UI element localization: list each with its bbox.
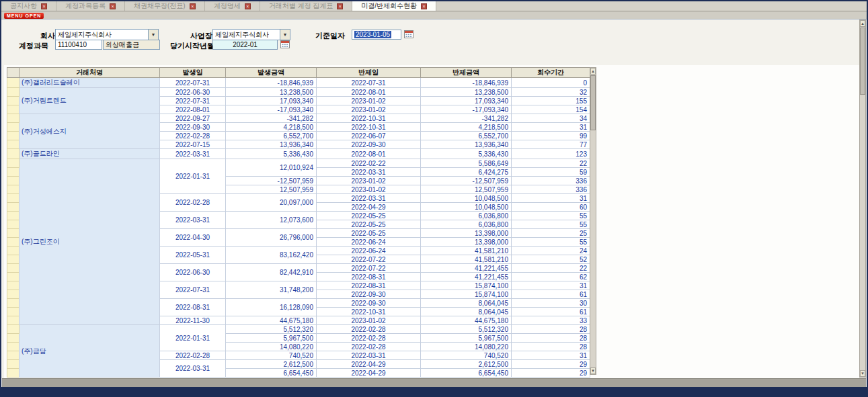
row-selector-cell[interactable] xyxy=(7,273,19,281)
occur-date-cell[interactable]: 2022-06-30 xyxy=(160,264,226,281)
settle-amount-cell[interactable]: 5,512,320 xyxy=(421,325,512,334)
occur-amount-cell[interactable]: -18,846,939 xyxy=(226,78,317,88)
row-selector-cell[interactable] xyxy=(7,264,19,273)
settle-amount-cell[interactable]: -18,846,939 xyxy=(421,78,512,88)
settle-amount-cell[interactable]: 13,936,340 xyxy=(421,140,512,149)
settle-amount-cell[interactable]: 740,520 xyxy=(421,351,512,360)
settle-date-cell[interactable]: 2022-08-31 xyxy=(317,273,421,281)
chevron-down-icon[interactable]: ▼ xyxy=(148,30,158,40)
occur-date-cell[interactable]: 2022-08-31 xyxy=(160,299,226,316)
start-month-input[interactable]: 2022-01 xyxy=(212,40,278,50)
occur-amount-cell[interactable]: -341,282 xyxy=(226,114,317,123)
scroll-down-icon[interactable]: ▼ xyxy=(590,367,596,374)
settle-amount-cell[interactable]: 41,221,455 xyxy=(421,273,512,281)
settle-amount-cell[interactable]: 5,586,649 xyxy=(421,159,512,168)
row-selector-cell[interactable] xyxy=(7,369,19,378)
customer-cell[interactable]: (주)거성에스지 xyxy=(19,114,160,149)
scroll-down-icon[interactable]: ▼ xyxy=(860,370,865,377)
settle-date-cell[interactable]: 2022-07-22 xyxy=(317,255,421,264)
row-selector-cell[interactable] xyxy=(7,360,19,369)
settle-date-cell[interactable]: 2022-10-31 xyxy=(317,308,421,316)
base-date-input[interactable]: 2023-01-05 xyxy=(352,30,401,40)
days-cell[interactable]: 123 xyxy=(512,149,590,159)
settle-amount-cell[interactable]: -341,282 xyxy=(421,114,512,123)
settle-amount-cell[interactable]: 5,336,430 xyxy=(421,149,512,159)
row-selector-cell[interactable] xyxy=(7,281,19,290)
settle-amount-cell[interactable]: 17,093,340 xyxy=(421,97,512,105)
table-row[interactable]: (주)골드라인2022-03-315,336,4302022-08-015,33… xyxy=(7,149,590,159)
row-selector-cell[interactable] xyxy=(7,255,19,264)
tab-close-icon[interactable]: × xyxy=(421,3,427,9)
settle-date-cell[interactable]: 2023-01-02 xyxy=(317,316,421,325)
settle-date-cell[interactable]: 2023-01-02 xyxy=(317,177,421,185)
settle-date-cell[interactable]: 2022-03-31 xyxy=(317,194,421,203)
settle-amount-cell[interactable]: 41,581,210 xyxy=(421,255,512,264)
settle-amount-cell[interactable]: 44,675,180 xyxy=(421,316,512,325)
row-selector-cell[interactable] xyxy=(7,159,19,168)
chevron-down-icon[interactable]: ▼ xyxy=(280,30,290,40)
days-cell[interactable]: 29 xyxy=(512,360,590,369)
settle-date-cell[interactable]: 2022-10-31 xyxy=(317,114,421,123)
settle-amount-cell[interactable]: 15,874,100 xyxy=(421,290,512,299)
customer-cell[interactable]: (주)골드라인 xyxy=(19,149,160,159)
occur-date-cell[interactable]: 2022-03-31 xyxy=(160,360,226,378)
window-scrollbar-thumb[interactable] xyxy=(860,28,865,95)
customer-cell[interactable]: (주)갤러리드슬레이 xyxy=(19,78,160,88)
row-selector-cell[interactable] xyxy=(7,185,19,194)
tab-close-icon[interactable]: × xyxy=(337,3,343,9)
days-cell[interactable]: 31 xyxy=(512,123,590,132)
occur-amount-cell[interactable]: 20,097,000 xyxy=(226,194,317,212)
days-cell[interactable]: 62 xyxy=(512,273,590,281)
occur-amount-cell[interactable]: 83,162,420 xyxy=(226,247,317,264)
occur-amount-cell[interactable]: 44,675,180 xyxy=(226,316,317,325)
settle-amount-cell[interactable]: 4,218,500 xyxy=(421,123,512,132)
settle-amount-cell[interactable]: 2,612,500 xyxy=(421,360,512,369)
settle-date-cell[interactable]: 2022-08-01 xyxy=(317,88,421,97)
row-selector-cell[interactable] xyxy=(7,316,19,325)
settle-date-cell[interactable]: 2022-02-28 xyxy=(317,334,421,343)
grid-scrollbar[interactable]: ▲ ▼ xyxy=(590,67,596,375)
settle-amount-cell[interactable]: 6,654,450 xyxy=(421,369,512,378)
days-cell[interactable]: 25 xyxy=(512,229,590,238)
days-cell[interactable]: 31 xyxy=(512,281,590,290)
tab-6[interactable]: 미결/반제회수현황× xyxy=(352,1,436,11)
customer-cell[interactable]: (주)금담 xyxy=(19,325,160,378)
occur-date-cell[interactable]: 2022-03-31 xyxy=(160,149,226,159)
days-cell[interactable]: 33 xyxy=(512,316,590,325)
occur-amount-cell[interactable]: 5,336,430 xyxy=(226,149,317,159)
settle-date-cell[interactable]: 2023-01-02 xyxy=(317,185,421,194)
settle-amount-cell[interactable]: 6,552,700 xyxy=(421,132,512,140)
occur-amount-cell[interactable]: 12,507,959 xyxy=(226,185,317,194)
settle-amount-cell[interactable]: 15,874,100 xyxy=(421,281,512,290)
occur-amount-cell[interactable]: 6,654,450 xyxy=(226,369,317,378)
row-selector-cell[interactable] xyxy=(7,229,19,238)
tab-3[interactable]: 채권채무장(전표)× xyxy=(125,1,205,11)
calendar-icon[interactable] xyxy=(280,40,290,48)
settle-amount-cell[interactable]: 13,398,000 xyxy=(421,229,512,238)
days-cell[interactable]: 28 xyxy=(512,325,590,334)
settle-date-cell[interactable]: 2022-09-30 xyxy=(317,290,421,299)
days-cell[interactable]: 61 xyxy=(512,290,590,299)
occur-date-cell[interactable]: 2022-11-30 xyxy=(160,316,226,325)
days-cell[interactable]: 55 xyxy=(512,220,590,229)
settle-amount-cell[interactable]: 13,238,500 xyxy=(421,88,512,97)
settle-amount-cell[interactable]: 12,507,959 xyxy=(421,185,512,194)
settle-date-cell[interactable]: 2022-08-01 xyxy=(317,149,421,159)
row-selector-cell[interactable] xyxy=(7,132,19,140)
row-selector-cell[interactable] xyxy=(7,97,19,105)
grid-scrollbar-thumb[interactable] xyxy=(590,75,596,130)
settle-date-cell[interactable]: 2022-09-30 xyxy=(317,140,421,149)
settle-amount-cell[interactable]: 6,036,800 xyxy=(421,212,512,220)
occur-amount-cell[interactable]: 14,080,220 xyxy=(226,343,317,351)
days-cell[interactable]: 30 xyxy=(512,299,590,308)
settle-amount-cell[interactable]: 8,064,045 xyxy=(421,308,512,316)
settle-amount-cell[interactable]: 6,424,275 xyxy=(421,168,512,177)
occur-amount-cell[interactable]: 31,748,200 xyxy=(226,281,317,299)
settle-date-cell[interactable]: 2022-09-30 xyxy=(317,299,421,308)
settle-amount-cell[interactable]: -12,507,959 xyxy=(421,177,512,185)
row-selector-cell[interactable] xyxy=(7,149,19,159)
settle-amount-cell[interactable]: 5,967,500 xyxy=(421,334,512,343)
table-row[interactable]: (주)거성에스지2022-09-27-341,2822022-10-31-341… xyxy=(7,114,590,123)
settle-date-cell[interactable]: 2022-03-31 xyxy=(317,168,421,177)
days-cell[interactable]: 32 xyxy=(512,88,590,97)
